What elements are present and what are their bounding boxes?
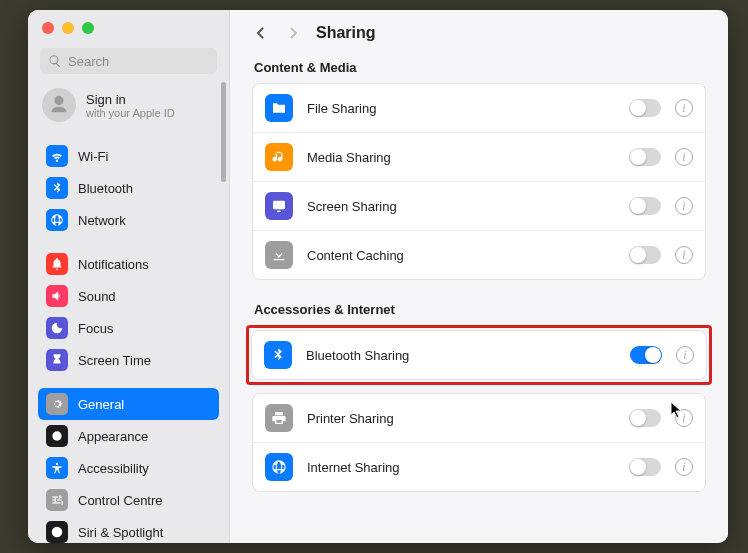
info-button[interactable]: i: [675, 148, 693, 166]
search-input[interactable]: Search: [40, 48, 217, 74]
setting-label: Bluetooth Sharing: [306, 348, 616, 363]
setting-label: Media Sharing: [307, 150, 615, 165]
back-button[interactable]: [252, 24, 270, 42]
sidebar-item-label: Bluetooth: [78, 181, 133, 196]
access-icon: [46, 457, 68, 479]
toggle-content-caching[interactable]: [629, 246, 661, 264]
setting-label: Printer Sharing: [307, 411, 615, 426]
close-window-button[interactable]: [42, 22, 54, 34]
svg-point-0: [52, 431, 61, 440]
setting-row-bluetooth-sharing: Bluetooth Sharingi: [252, 331, 706, 379]
setting-row-printer-sharing: Printer Sharingi: [253, 394, 705, 442]
sidebar-item-label: Control Centre: [78, 493, 163, 508]
toggle-screen-sharing[interactable]: [629, 197, 661, 215]
sidebar-item-label: Siri & Spotlight: [78, 525, 163, 540]
toggle-file-sharing[interactable]: [629, 99, 661, 117]
setting-label: File Sharing: [307, 101, 615, 116]
account-row[interactable]: Sign in with your Apple ID: [28, 88, 229, 134]
setting-label: Content Caching: [307, 248, 615, 263]
topbar: Sharing: [230, 10, 728, 56]
setting-label: Internet Sharing: [307, 460, 615, 475]
info-button[interactable]: i: [675, 246, 693, 264]
search-placeholder: Search: [68, 54, 109, 69]
window-controls: [28, 22, 229, 48]
sidebar-item-wi-fi[interactable]: Wi-Fi: [38, 140, 219, 172]
sliders-icon: [46, 489, 68, 511]
setting-row-media-sharing: Media Sharingi: [253, 132, 705, 181]
search-icon: [48, 54, 62, 68]
toggle-media-sharing[interactable]: [629, 148, 661, 166]
setting-row-internet-sharing: Internet Sharingi: [253, 442, 705, 491]
siri-icon: [46, 521, 68, 543]
sidebar-item-label: Accessibility: [78, 461, 149, 476]
sidebar-item-screen-time[interactable]: Screen Time: [38, 344, 219, 376]
svg-point-1: [56, 463, 58, 465]
sidebar-item-label: Focus: [78, 321, 113, 336]
account-line1: Sign in: [86, 92, 175, 107]
main-panel: Sharing Content & MediaFile SharingiMedi…: [230, 10, 728, 543]
account-line2: with your Apple ID: [86, 107, 175, 119]
info-button[interactable]: i: [675, 99, 693, 117]
setting-row-content-caching: Content Cachingi: [253, 230, 705, 279]
content-area: Content & MediaFile SharingiMedia Sharin…: [230, 56, 728, 543]
globe-icon: [46, 209, 68, 231]
setting-row-file-sharing: File Sharingi: [253, 84, 705, 132]
folder-icon: [265, 94, 293, 122]
sidebar-item-focus[interactable]: Focus: [38, 312, 219, 344]
sidebar-item-control-centre[interactable]: Control Centre: [38, 484, 219, 516]
svg-point-2: [52, 527, 63, 538]
toggle-internet-sharing[interactable]: [629, 458, 661, 476]
info-button[interactable]: i: [675, 458, 693, 476]
hourglass-icon: [46, 349, 68, 371]
info-button[interactable]: i: [676, 346, 694, 364]
sound-icon: [46, 285, 68, 307]
sidebar: Search Sign in with your Apple ID Wi-FiB…: [28, 10, 230, 543]
toggle-bluetooth-sharing[interactable]: [630, 346, 662, 364]
sidebar-item-sound[interactable]: Sound: [38, 280, 219, 312]
sidebar-item-label: Sound: [78, 289, 116, 304]
sidebar-item-label: Wi-Fi: [78, 149, 108, 164]
globe-icon: [265, 453, 293, 481]
section-heading: Accessories & Internet: [254, 302, 706, 317]
setting-label: Screen Sharing: [307, 199, 615, 214]
info-button[interactable]: i: [675, 409, 693, 427]
sidebar-item-label: Appearance: [78, 429, 148, 444]
sidebar-item-general[interactable]: General: [38, 388, 219, 420]
sidebar-item-label: Screen Time: [78, 353, 151, 368]
wifi-icon: [46, 145, 68, 167]
highlighted-setting: Bluetooth Sharingi: [246, 325, 712, 385]
sidebar-item-accessibility[interactable]: Accessibility: [38, 452, 219, 484]
sidebar-item-bluetooth[interactable]: Bluetooth: [38, 172, 219, 204]
download-icon: [265, 241, 293, 269]
music-icon: [265, 143, 293, 171]
sidebar-list: Wi-FiBluetoothNetworkNotificationsSoundF…: [28, 134, 229, 543]
sidebar-item-siri-spotlight[interactable]: Siri & Spotlight: [38, 516, 219, 543]
printer-icon: [265, 404, 293, 432]
setting-row-screen-sharing: Screen Sharingi: [253, 181, 705, 230]
moon-icon: [46, 317, 68, 339]
gear-icon: [46, 393, 68, 415]
settings-window: Search Sign in with your Apple ID Wi-FiB…: [28, 10, 728, 543]
info-button[interactable]: i: [675, 197, 693, 215]
sidebar-item-network[interactable]: Network: [38, 204, 219, 236]
fullscreen-window-button[interactable]: [82, 22, 94, 34]
bluetooth-icon: [46, 177, 68, 199]
section-heading: Content & Media: [254, 60, 706, 75]
minimize-window-button[interactable]: [62, 22, 74, 34]
page-title: Sharing: [316, 24, 376, 42]
bell-icon: [46, 253, 68, 275]
svg-rect-3: [273, 201, 285, 210]
forward-button[interactable]: [284, 24, 302, 42]
scrollbar[interactable]: [221, 82, 226, 182]
sidebar-item-label: General: [78, 397, 124, 412]
sidebar-item-appearance[interactable]: Appearance: [38, 420, 219, 452]
avatar: [42, 88, 76, 122]
sidebar-item-label: Notifications: [78, 257, 149, 272]
screen-icon: [265, 192, 293, 220]
sidebar-item-notifications[interactable]: Notifications: [38, 248, 219, 280]
svg-rect-4: [277, 211, 281, 212]
appearance-icon: [46, 425, 68, 447]
sidebar-item-label: Network: [78, 213, 126, 228]
toggle-printer-sharing[interactable]: [629, 409, 661, 427]
bluetooth-icon: [264, 341, 292, 369]
